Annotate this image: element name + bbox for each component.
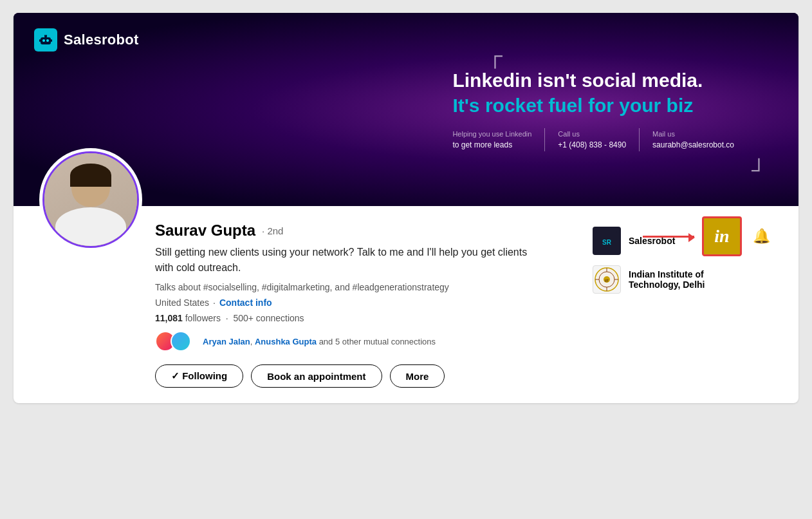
banner-headline: Linkedin isn't social media. <box>452 68 747 93</box>
action-buttons: ✓ Following Book an appointment More <box>155 364 567 388</box>
mutual-others: and 5 other mutual connections <box>319 337 436 346</box>
linkedin-icon: in <box>714 226 729 247</box>
profile-topics: Talks about #socialselling, #digitalmark… <box>155 282 567 292</box>
salesrobot-exp-logo: SR <box>593 227 621 255</box>
banner-info-value-1: to get more leads <box>452 139 531 151</box>
profile-actions-right: in 🔔 <box>643 216 773 256</box>
book-appointment-button[interactable]: Book an appointment <box>251 364 382 388</box>
profile-name: Saurav Gupta <box>155 222 255 240</box>
banner-subheadline: It's rocket fuel for your biz <box>452 93 747 118</box>
red-arrow-icon <box>643 236 694 238</box>
svg-text:IIT: IIT <box>605 279 609 283</box>
followers-row: 11,081 followers · 500+ connections <box>155 313 567 323</box>
banner-info-label-3: Mail us <box>652 129 734 140</box>
profile-left: Saurav Gupta · 2nd Still getting new cli… <box>155 222 567 388</box>
mutual-connections: Aryan Jalan, Anushka Gupta and 5 other m… <box>155 331 567 352</box>
connection-badge: · 2nd <box>262 225 283 236</box>
experience-iit: IIT Indian Institute of Technology, Delh… <box>593 265 773 294</box>
contact-info-link[interactable]: Contact info <box>219 297 272 308</box>
bell-icon[interactable]: 🔔 <box>750 225 773 248</box>
svg-rect-6 <box>39 39 41 42</box>
iit-exp-info: Indian Institute of Technology, Delhi <box>629 269 705 290</box>
iit-exp-logo: IIT <box>593 265 621 294</box>
avatar-hair <box>70 164 111 187</box>
page-wrapper: Salesrobot ┌ ┘ Linkedin isn't social med… <box>14 13 798 403</box>
followers-label: followers <box>185 313 221 323</box>
profile-area: in 🔔 Saurav Gupta · 2nd Still getting ne… <box>14 206 798 403</box>
followers-count: 11,081 <box>155 313 183 323</box>
arrow-indicator <box>643 236 694 238</box>
connections-label: 500+ connections <box>233 313 304 323</box>
mutual-name-2: Anushka Gupta <box>255 337 317 346</box>
banner-info-label-2: Call us <box>558 129 626 140</box>
more-button[interactable]: More <box>390 364 445 388</box>
avatar-ring <box>42 151 139 248</box>
svg-point-1 <box>42 39 45 42</box>
iit-exp-name-1: Indian Institute of <box>629 269 705 279</box>
avatar-body <box>55 207 126 246</box>
iit-exp-name-2: Technology, Delhi <box>629 279 705 290</box>
banner-logo-area: Salesrobot <box>34 28 139 52</box>
salesrobot-logo-icon <box>34 28 57 52</box>
banner-info-label-1: Helping you use Linkedin <box>452 129 531 140</box>
svg-point-2 <box>46 39 49 42</box>
banner-logo-text: Salesrobot <box>64 32 139 48</box>
banner-info-mail: Mail us saurabh@salesrobot.co <box>640 129 747 151</box>
bracket-bottom-right: ┘ <box>752 160 766 180</box>
bracket-top-left: ┌ <box>488 45 503 66</box>
banner-info-leads: Helping you use Linkedin to get more lea… <box>452 129 544 151</box>
linkedin-badge[interactable]: in <box>702 216 742 256</box>
location-separator: · <box>213 297 216 308</box>
svg-point-5 <box>45 33 47 35</box>
avatar <box>39 148 142 251</box>
location-text: United States <box>155 297 209 308</box>
mutual-avatar-2 <box>171 331 191 352</box>
banner-info-row: Helping you use Linkedin to get more lea… <box>452 128 747 151</box>
mutual-avatars <box>155 331 186 352</box>
profile-headline: Still getting new clients using your net… <box>155 245 528 276</box>
svg-text:SR: SR <box>602 239 612 246</box>
name-row: Saurav Gupta · 2nd <box>155 222 567 240</box>
avatar-person <box>44 153 137 246</box>
svg-rect-7 <box>51 39 52 42</box>
banner-info-value-2: +1 (408) 838 - 8490 <box>558 139 626 151</box>
mutual-name-1: Aryan Jalan <box>203 337 250 346</box>
mutual-text: Aryan Jalan, Anushka Gupta and 5 other m… <box>203 337 436 346</box>
following-button[interactable]: ✓ Following <box>155 364 243 388</box>
banner-content: Linkedin isn't social media. It's rocket… <box>452 68 747 151</box>
banner-info-value-3: saurabh@salesrobot.co <box>652 139 734 151</box>
banner-info-call: Call us +1 (408) 838 - 8490 <box>545 129 639 151</box>
profile-card: Salesrobot ┌ ┘ Linkedin isn't social med… <box>14 13 798 403</box>
location-row: United States · Contact info <box>155 297 567 308</box>
svg-rect-0 <box>41 37 51 44</box>
